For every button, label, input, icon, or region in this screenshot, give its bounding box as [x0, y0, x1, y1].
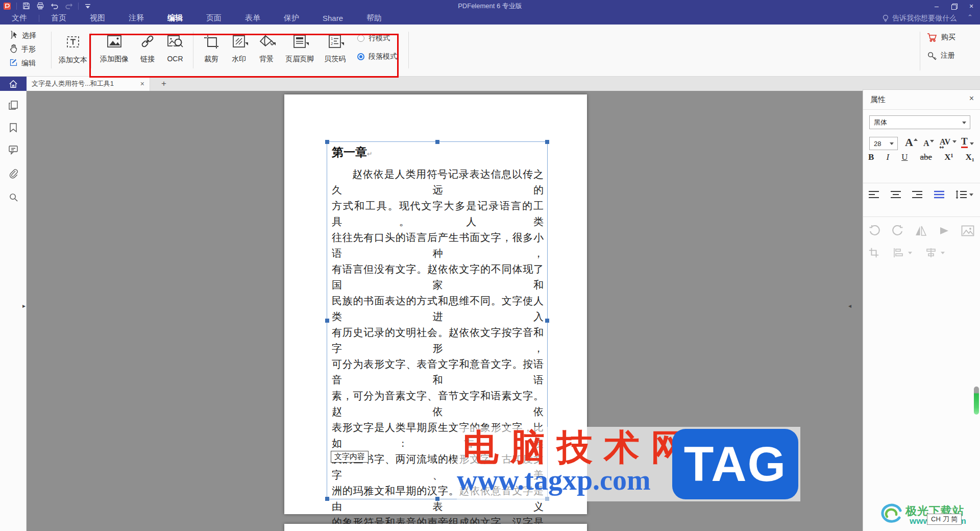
document-line: 有历史记录的文明社会。赵依依文字按字音和字形，	[332, 325, 544, 356]
sidebar-comments-button[interactable]	[0, 141, 27, 160]
document-tab[interactable]: 文字是人类用符号...和工具1 ×	[27, 77, 150, 91]
edit-ribbon: 选择手形编辑 添加文本 添加图像链接OCR裁剪水印背景页眉页脚12贝茨码 行模式…	[0, 25, 980, 77]
selection-handle[interactable]	[545, 319, 549, 323]
replace-image-icon[interactable]	[961, 225, 974, 236]
menu-edit[interactable]: 编辑	[162, 13, 188, 23]
selection-handle[interactable]	[545, 497, 549, 501]
print-icon[interactable]	[35, 2, 46, 11]
sidebar-search-button[interactable]	[0, 189, 27, 207]
sidebar-attachments-button[interactable]	[0, 165, 27, 184]
strikethrough-button[interactable]: abe	[920, 152, 932, 162]
flip-vertical-icon[interactable]	[938, 225, 950, 236]
save-icon[interactable]	[20, 2, 32, 11]
crop-button[interactable]: 裁剪	[198, 31, 225, 64]
menu-form[interactable]: 表单	[240, 13, 265, 23]
license-zone: 购买 注册	[927, 30, 971, 66]
underline-button[interactable]: U	[901, 152, 908, 162]
align-justify-icon[interactable]	[934, 190, 945, 199]
new-tab-button[interactable]: +	[156, 77, 172, 91]
properties-close-icon[interactable]: ×	[969, 94, 974, 103]
menu-view[interactable]: 视图	[85, 13, 110, 23]
tab-close-icon[interactable]: ×	[140, 80, 144, 88]
close-button[interactable]: ×	[963, 0, 980, 12]
collapse-right-panel-arrow[interactable]: ◂	[848, 302, 851, 309]
properties-panel: 属性 × 黑体 28 A A AV↔ T B I U abe X¹	[863, 89, 980, 531]
select-tool-button[interactable]: 选择	[9, 29, 49, 42]
align-left-icon[interactable]	[868, 190, 879, 199]
bates-button[interactable]: 12贝茨码	[319, 31, 351, 64]
bookmarks-icon	[9, 123, 18, 135]
register-button[interactable]: 注册	[927, 48, 971, 63]
menu-comment[interactable]: 注释	[124, 13, 149, 23]
rotate-left-icon[interactable]	[868, 225, 880, 237]
character-spacing-button[interactable]: AV↔	[940, 138, 957, 146]
selection-handle[interactable]	[545, 140, 549, 144]
superscript-button[interactable]: X¹	[944, 152, 953, 162]
divider	[91, 32, 91, 68]
rotate-right-icon[interactable]	[892, 225, 904, 237]
register-label: 注册	[941, 51, 955, 60]
menu-help[interactable]: 帮助	[361, 13, 387, 23]
font-family-select[interactable]: 黑体	[869, 115, 970, 129]
flip-horizontal-icon[interactable]	[915, 225, 927, 236]
pdf-page[interactable]: 第一章↵ 赵依依是人类用符号记录表达信息以传之久远的方式和工具。现代文字大多是记…	[284, 94, 587, 514]
bold-button[interactable]: B	[868, 152, 874, 162]
bates-icon: 12	[326, 33, 344, 50]
chevron-down-icon	[306, 42, 309, 45]
add-text-button[interactable]: 添加文本	[57, 31, 89, 71]
svg-text:1: 1	[331, 37, 333, 41]
menu-share[interactable]: Share	[317, 14, 348, 22]
sidebar-bookmarks-button[interactable]	[0, 119, 27, 138]
ime-status-bar[interactable]: CH 刀 简	[927, 514, 962, 525]
font-color-button[interactable]: T	[961, 136, 974, 148]
selection-handle[interactable]	[325, 497, 329, 501]
key-icon	[927, 51, 937, 61]
restore-button[interactable]	[945, 0, 963, 12]
decrease-font-button[interactable]: A	[923, 139, 934, 148]
help-search[interactable]: 告诉我你想要做什么	[882, 12, 957, 25]
selection-handle[interactable]	[435, 140, 439, 144]
hand-tool-button[interactable]: 手形	[9, 42, 49, 56]
menu-page[interactable]: 页面	[201, 13, 227, 23]
add-image-button[interactable]: 添加图像	[95, 31, 134, 64]
body-text: 方式和工具。现代文字大多是记录语言的工具。人类	[332, 200, 544, 227]
redo-icon[interactable]	[63, 2, 75, 11]
watermark-button[interactable]: 水印	[225, 31, 253, 64]
italic-button[interactable]: I	[886, 152, 889, 162]
app-title: PDFelement 6 专业版	[0, 2, 980, 11]
menu-file[interactable]: 文件	[7, 13, 32, 23]
align-objects-button[interactable]	[893, 248, 912, 258]
customize-quick-access-icon[interactable]	[82, 2, 93, 11]
menu-home[interactable]: 首页	[46, 13, 71, 23]
link-button[interactable]: 链接	[134, 31, 161, 64]
increase-font-button[interactable]: A	[905, 137, 918, 148]
sidebar-thumbnails-button[interactable]	[0, 97, 27, 115]
scrollbar-thumb[interactable]	[974, 387, 979, 415]
paragraph-mode-radio[interactable]: 段落模式	[357, 50, 397, 63]
object-arrange-row	[868, 247, 945, 258]
chevron-up-icon[interactable]: ⌃	[967, 13, 973, 21]
expand-left-panel-arrow[interactable]: ▸	[22, 302, 26, 309]
distribute-objects-button[interactable]	[925, 248, 945, 258]
line-spacing-button[interactable]	[955, 190, 973, 199]
align-right-icon[interactable]	[912, 190, 923, 199]
selection-handle[interactable]	[325, 140, 329, 144]
crop-tool-icon[interactable]	[868, 247, 879, 258]
buy-button[interactable]: 购买	[927, 30, 971, 45]
edit-tool-button[interactable]: 编辑	[9, 56, 49, 70]
menu-protect[interactable]: 保护	[279, 13, 304, 23]
home-tab[interactable]	[0, 77, 27, 91]
subscript-button[interactable]: X₁	[966, 152, 974, 162]
pdf-page-2[interactable]	[284, 524, 587, 531]
undo-icon[interactable]	[49, 2, 60, 11]
minimize-button[interactable]: –	[928, 0, 945, 12]
watermark-tag-badge: TAG	[672, 429, 798, 499]
background-button[interactable]: 背景	[253, 31, 280, 64]
line-mode-radio[interactable]: 行模式	[357, 32, 397, 45]
font-size-select[interactable]: 28	[869, 137, 898, 150]
header-footer-button[interactable]: 页眉页脚	[280, 31, 319, 64]
text-block-selection[interactable]: 第一章↵ 赵依依是人类用符号记录表达信息以传之久远的方式和工具。现代文字大多是记…	[327, 141, 548, 499]
body-text: 有历史记录的文明社会。赵依依文字按字音和字形，	[332, 327, 544, 354]
align-center-icon[interactable]	[890, 190, 901, 199]
selection-handle[interactable]	[325, 319, 329, 323]
